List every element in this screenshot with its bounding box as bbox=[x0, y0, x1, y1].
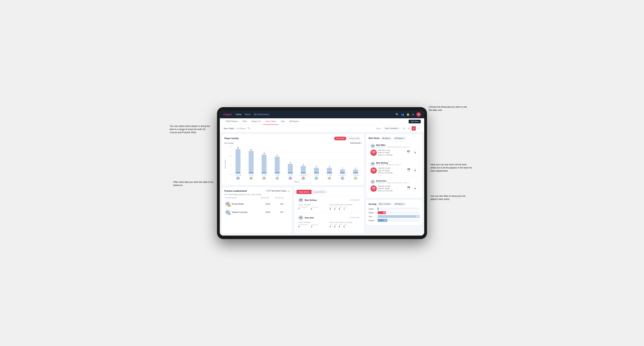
show-select[interactable]: Last 3 months ▾ bbox=[383, 127, 400, 130]
bar[interactable] bbox=[262, 155, 266, 173]
user-avatar[interactable]: U bbox=[416, 112, 421, 117]
left-panels: Player Activity On Course Practice Drill… bbox=[222, 134, 364, 233]
bar-highlight bbox=[314, 173, 319, 173]
bar-highlight bbox=[236, 173, 240, 173]
lb-col-pb: PB SCORE bbox=[261, 197, 275, 199]
bar[interactable] bbox=[314, 168, 319, 173]
most-active-tabs: Most Active Least Active bbox=[296, 190, 362, 194]
shot-badge: 200 SG bbox=[370, 168, 377, 174]
shot-player-info: Blair McHarg 23 Jul 2023 · Ashridge GC, … bbox=[376, 162, 416, 166]
ma-arg-group: ARG 0 bbox=[339, 224, 342, 228]
x-label: M. Miller bbox=[324, 174, 336, 176]
shot-card-header: DF David Ford 24 Aug 2023 · Royal North … bbox=[370, 179, 418, 184]
shot-location: 24 Aug 2023 · Royal North Devon GC, Hole… bbox=[376, 182, 416, 184]
shot-card[interactable]: BM Blair McHarg 23 Jul 2023 · Ashridge G… bbox=[368, 160, 420, 176]
bar[interactable] bbox=[340, 170, 345, 173]
chevron-right-icon: › bbox=[417, 145, 418, 147]
shot-card[interactable]: DF David Ford 24 Aug 2023 · Royal North … bbox=[368, 177, 420, 194]
tab-most-active[interactable]: Most Active bbox=[296, 190, 312, 194]
shot-badge: 200 SG bbox=[370, 150, 377, 156]
ma-rounds-title: Total Rounds bbox=[298, 222, 328, 223]
lb-row[interactable]: RB 1 Richard Butler 19/20 110 bbox=[224, 200, 290, 208]
view-icon-heart[interactable]: ♥ bbox=[412, 126, 416, 131]
ma-rounds-values: Tournament 8 Practice 4 bbox=[298, 224, 328, 228]
shot-player-name: Blair McHarg bbox=[376, 162, 416, 164]
mini-avatar: EC bbox=[340, 176, 344, 180]
bar[interactable] bbox=[327, 168, 332, 173]
ma-stats-section: Total Rounds Tournament 7 Practice 6 Tot… bbox=[298, 204, 360, 210]
search-icon[interactable]: 🔍 bbox=[396, 113, 399, 116]
mini-avatar: MM bbox=[328, 176, 331, 180]
scoring-filter1[interactable]: Par 3, 4 & 5s ▾ bbox=[378, 202, 392, 206]
view-icon-grid3[interactable]: ⊟ bbox=[407, 126, 411, 131]
app-logo: clippd bbox=[223, 113, 232, 116]
lb-row[interactable]: EC 2 Edward Crossman 18/20 107 bbox=[224, 208, 290, 216]
activity-toggle-btns: On Course Practice Drills bbox=[334, 137, 362, 140]
bar-value: 3 bbox=[316, 166, 317, 168]
bar[interactable] bbox=[353, 170, 358, 173]
tab-team-clippd[interactable]: Team Clippd bbox=[263, 118, 278, 125]
add-icon[interactable]: ⊕ bbox=[412, 113, 414, 116]
shot-card[interactable]: MM Matt Miller 09 Jun 2023 · Royal North… bbox=[368, 142, 420, 158]
bar[interactable] bbox=[301, 166, 306, 173]
bell-icon[interactable]: 🔔 bbox=[406, 113, 410, 116]
tab-least-active[interactable]: Least Active bbox=[312, 190, 327, 194]
scoring-filter2[interactable]: All Players ▾ bbox=[393, 202, 406, 206]
x-label: E. Crossman bbox=[336, 174, 348, 176]
ma-app-label: APP bbox=[334, 224, 337, 226]
ma-app-label: APP bbox=[334, 206, 337, 208]
shot-player-name: Matt Miller bbox=[376, 144, 416, 146]
x-label: B. McHarg bbox=[232, 174, 244, 176]
shot-card-header: MM Matt Miller 09 Jun 2023 · Royal North… bbox=[370, 144, 418, 148]
bar[interactable] bbox=[288, 164, 293, 173]
ma-player-card[interactable]: BM Blair McHarg 26 Aug 2023 Total Rounds… bbox=[296, 196, 362, 212]
lb-avatar: EC 2 bbox=[225, 209, 230, 215]
team-header: Team Clippd | 14 Players ✏️ Show: Last 3… bbox=[220, 125, 424, 132]
ma-app-value: 0 bbox=[334, 208, 337, 210]
bar[interactable] bbox=[275, 157, 280, 173]
view-icon-list[interactable]: ≡ bbox=[416, 126, 421, 131]
nav-link-performance[interactable]: My Performance bbox=[254, 113, 269, 116]
chart-dropdown[interactable]: Total Rounds ▾ bbox=[350, 142, 362, 144]
x-labels: B. McHargR. BrittD. FordJ. ColesE. Ebert… bbox=[232, 174, 362, 176]
add-team-button[interactable]: Add Team bbox=[408, 120, 421, 123]
x-avatar: JC bbox=[271, 176, 283, 180]
ma-practice-value: 4 bbox=[311, 226, 318, 228]
shot-metric-zero: 0 bbox=[412, 168, 418, 173]
tab-hcaps[interactable]: Hcaps 1-5 bbox=[249, 118, 263, 125]
bs-filter-players[interactable]: All Players ▾ bbox=[393, 137, 406, 140]
bs-filter-shots[interactable]: All Shots ▾ bbox=[380, 137, 392, 140]
ma-date: 26 Aug 2023 bbox=[350, 199, 360, 201]
shot-card-header: BM Blair McHarg 23 Jul 2023 · Ashridge G… bbox=[370, 162, 418, 166]
bar[interactable] bbox=[249, 151, 254, 173]
ma-activities-section: Total Practice Activities GTT 0 APP 0 AR… bbox=[330, 222, 360, 228]
activity-panel-header: Player Activity On Course Practice Drill… bbox=[224, 137, 362, 140]
shot-desc: Shot Dist: 43 ydsStart Lie: RoughEnd Lie… bbox=[378, 167, 404, 174]
people-icon[interactable]: 👥 bbox=[401, 113, 404, 116]
mini-avatar: BM bbox=[236, 176, 240, 180]
lb-dropdown[interactable]: PUTT Must Make Putting ... ▾ bbox=[266, 190, 290, 192]
sub-nav: PGAT Players PGA Hcaps 1-5 Team Clippd T… bbox=[220, 118, 424, 125]
toggle-practice[interactable]: Practice Drills bbox=[347, 137, 362, 140]
nav-link-home[interactable]: Home bbox=[236, 113, 241, 116]
y-label-15: 15 bbox=[227, 146, 232, 147]
x-avatar: BM bbox=[232, 176, 244, 180]
toggle-on-course[interactable]: On Course bbox=[334, 137, 346, 140]
tab-pga[interactable]: PGA bbox=[240, 118, 249, 125]
tab-pgat-players[interactable]: PGAT Players bbox=[223, 118, 240, 125]
shot-details: 198 SG Shot Dist: 16 ydsStart Lie: Rough… bbox=[370, 185, 418, 192]
bar[interactable] bbox=[236, 149, 240, 173]
ma-putt-group: PUTT 1 bbox=[344, 206, 347, 210]
ma-arg-label: ARG bbox=[339, 206, 342, 208]
ma-player-card[interactable]: RB Rees Britt 02 Sep 2023 Total Rounds T… bbox=[296, 213, 362, 230]
ma-gtt-group: GTT 0 bbox=[330, 224, 332, 228]
tab-tour[interactable]: Tour bbox=[278, 118, 287, 125]
view-icon-grid2[interactable]: ⊞ bbox=[402, 126, 406, 131]
nav-link-teams[interactable]: Teams bbox=[244, 113, 250, 116]
y-label-5: 5 bbox=[227, 165, 232, 166]
x-avatar: LR bbox=[350, 176, 362, 180]
tab-all-players[interactable]: All Players bbox=[287, 118, 301, 125]
scoring-row: Pars 499 bbox=[368, 215, 420, 218]
edit-icon[interactable]: ✏️ bbox=[248, 127, 250, 130]
ma-app-group: APP 0 bbox=[334, 206, 337, 210]
